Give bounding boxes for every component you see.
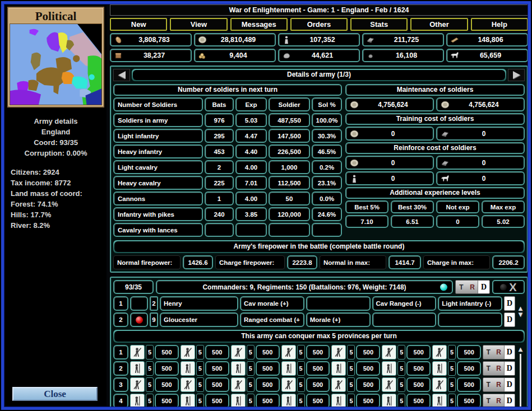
menu-bar: New View Messages Orders Stats Other Hel… <box>110 18 528 31</box>
musketeer-icon[interactable] <box>231 377 246 392</box>
pikeman-icon[interactable] <box>181 394 195 408</box>
normal-firepower-value: 1426.6 <box>183 255 213 269</box>
wood-icon <box>447 35 462 45</box>
resource-cloth: 38,237 <box>110 49 192 62</box>
musketeer-icon[interactable] <box>181 345 195 359</box>
train-button[interactable]: T <box>483 362 493 375</box>
table-row: Heavy infantry 453 4.40 226,500 46.5% <box>113 144 342 158</box>
reinforce-button[interactable]: R <box>493 345 503 359</box>
musketeer-icon[interactable] <box>382 377 396 392</box>
train-button[interactable]: T <box>483 394 493 408</box>
regiment-slot: 5500 <box>231 377 280 392</box>
pikeman-icon[interactable] <box>231 361 246 376</box>
gold-coin-icon <box>437 100 453 110</box>
regiment-row-index: 3 <box>113 377 128 392</box>
main-area: War of Enlightenment - Game: 1 - England… <box>110 4 528 407</box>
musketeer-icon[interactable] <box>432 377 447 392</box>
regiment-row: 3 5500 5500 5500 5500 5500 5500 5500 TRD <box>113 377 515 392</box>
disband-button[interactable]: D <box>504 362 515 375</box>
scroll-up-icon[interactable]: ▲ <box>517 345 524 353</box>
pikeman-icon[interactable] <box>231 394 246 408</box>
horse-icon <box>437 174 453 184</box>
resource-stone: 44,621 <box>278 49 360 62</box>
commander-detail-button[interactable]: D <box>504 312 515 327</box>
commander-name[interactable]: Gloucester <box>160 312 238 327</box>
musketeer-icon[interactable] <box>382 345 396 359</box>
menu-new-button[interactable]: New <box>110 18 167 31</box>
regiment-slot: 5500 <box>231 345 280 359</box>
reinforce-button[interactable]: R <box>493 394 503 408</box>
disband-button[interactable]: D <box>504 378 515 391</box>
commander-marker-cell[interactable] <box>130 312 148 327</box>
pikeman-icon[interactable] <box>382 394 396 408</box>
musketeer-icon[interactable] <box>281 345 296 359</box>
commander-detail-button[interactable]: D <box>504 296 515 311</box>
disband-button[interactable]: D <box>504 394 515 408</box>
pikeman-icon[interactable] <box>382 361 396 376</box>
regiment-scrollbar[interactable]: ▲▼ <box>516 345 525 411</box>
musketeer-icon[interactable] <box>181 377 195 392</box>
menu-messages-button[interactable]: Messages <box>230 18 288 31</box>
musketeer-icon[interactable] <box>432 345 447 359</box>
menu-other-button[interactable]: Other <box>410 18 468 31</box>
exp-header: Best 5% <box>345 200 388 213</box>
close-button[interactable]: Close <box>12 387 98 401</box>
commander-marker-cell[interactable] <box>130 296 148 311</box>
pikeman-icon[interactable] <box>281 394 296 408</box>
trd-button-group: TRD <box>483 377 515 392</box>
regiment-slot: 5500 <box>181 377 229 392</box>
menu-view-button[interactable]: View <box>170 18 227 31</box>
scroll-track[interactable] <box>520 354 521 411</box>
disband-button[interactable]: D <box>504 345 515 359</box>
commander-name[interactable]: Henry <box>160 296 238 311</box>
musketeer-icon[interactable] <box>130 345 145 359</box>
army-panel-header: 93/35 Commanders: 9, Regiments: 150 (Bat… <box>113 280 525 294</box>
pikeman-icon[interactable] <box>432 361 447 376</box>
reinforce-title: Reinforce cost of soldiers <box>345 142 525 154</box>
regiment-slot: 5500 <box>382 345 431 359</box>
menu-stats-button[interactable]: Stats <box>350 18 408 31</box>
menu-orders-button[interactable]: Orders <box>290 18 348 31</box>
normal-firepower-label: Normal firepower: <box>113 255 181 269</box>
scroll-down-icon[interactable]: ▼ <box>517 312 524 317</box>
regiment-slot: 5500 <box>331 345 380 359</box>
political-map[interactable] <box>10 24 102 105</box>
conquer-note: This army can conquer max 5 provinces pe… <box>114 331 524 342</box>
prev-page-arrow[interactable] <box>113 69 130 81</box>
reinforce-button[interactable]: R <box>493 378 503 391</box>
commander-index: 2 <box>113 312 128 327</box>
train-button[interactable]: T <box>483 345 493 359</box>
musketeer-icon[interactable] <box>281 377 296 392</box>
pikeman-icon[interactable] <box>331 361 346 376</box>
musketeer-icon[interactable] <box>331 377 346 392</box>
reinforce-button[interactable]: R <box>467 281 478 293</box>
pikeman-icon[interactable] <box>181 361 195 376</box>
red-marker-icon <box>136 316 143 324</box>
pikeman-icon[interactable] <box>130 394 145 408</box>
commander-scroll-control[interactable]: ▲▼ <box>516 296 525 327</box>
commander-row[interactable]: 2 9 Gloucester Ranged combat (+ Morale (… <box>113 312 515 327</box>
reinforce-cell: 0 <box>436 171 525 185</box>
musketeer-icon[interactable] <box>130 377 145 392</box>
train-button[interactable]: T <box>483 378 493 391</box>
trd-button-group: TRD <box>483 345 515 359</box>
reinforce-button[interactable]: R <box>493 362 503 375</box>
costs-panel: Maintenance of soldiers 4,756,624 4,756,… <box>345 84 525 237</box>
menu-help-button[interactable]: Help <box>471 18 528 31</box>
close-panel-button[interactable]: X <box>492 280 525 294</box>
musketeer-icon[interactable] <box>331 345 346 359</box>
disband-button[interactable]: D <box>478 281 489 293</box>
horse-icon <box>447 50 462 60</box>
pikeman-icon[interactable] <box>432 394 447 408</box>
pikeman-icon[interactable] <box>281 361 296 376</box>
next-page-arrow[interactable] <box>508 69 525 81</box>
train-button[interactable]: T <box>456 281 467 293</box>
pikeman-icon[interactable] <box>331 394 346 408</box>
arrow-left-icon <box>118 71 126 79</box>
normal-in-max-value: 1414.7 <box>388 255 421 269</box>
commander-row[interactable]: 1 2 Henry Cav morale (+) Cav Ranged (-) … <box>113 296 515 311</box>
musketeer-icon[interactable] <box>231 345 246 359</box>
pikeman-icon[interactable] <box>130 361 145 376</box>
coord-button[interactable]: 93/35 <box>113 280 154 294</box>
reinforce-cell: 0 <box>436 156 525 170</box>
